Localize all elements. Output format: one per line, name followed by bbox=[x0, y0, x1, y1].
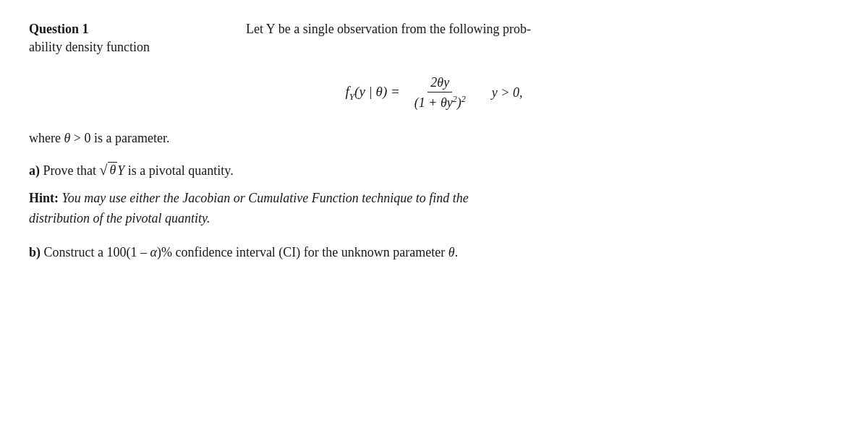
fraction-denominator: (1 + θy2)2 bbox=[412, 93, 469, 111]
part-a-text: Prove that √θ Y is a pivotal quantity. bbox=[43, 163, 234, 178]
fraction-numerator: 2θy bbox=[427, 75, 452, 93]
part-a: a) Prove that √θ Y is a pivotal quantity… bbox=[29, 162, 839, 179]
header-text: Let Y be a single observation from the f… bbox=[246, 22, 531, 37]
hint-continuation: distribution of the pivotal quantity. bbox=[29, 211, 210, 225]
header-row: Question 1 Let Y be a single observation… bbox=[29, 22, 839, 37]
page: Question 1 Let Y be a single observation… bbox=[0, 0, 868, 430]
formula-fraction: 2θy (1 + θy2)2 bbox=[412, 75, 469, 111]
formula: fY(y | θ) = 2θy (1 + θy2)2 y > 0, bbox=[346, 75, 523, 111]
ability-density-text: ability density function bbox=[29, 40, 839, 55]
part-b: b) Construct a 100(1 – α)% confidence in… bbox=[29, 245, 839, 260]
hint-block: Hint: You may use either the Jacobian or… bbox=[29, 189, 839, 229]
hint-label: Hint: bbox=[29, 191, 59, 205]
formula-lhs: fY(y | θ) = bbox=[346, 84, 400, 103]
part-b-text: Construct a 100(1 – α)% confidence inter… bbox=[44, 245, 459, 259]
part-a-label: a) bbox=[29, 163, 40, 178]
question-label: Question 1 bbox=[29, 22, 116, 37]
hint-text: You may use either the Jacobian or Cumul… bbox=[59, 191, 469, 205]
sqrt-theta-y: √θ bbox=[100, 162, 118, 178]
formula-condition: y > 0, bbox=[492, 85, 523, 100]
sqrt-symbol: √ bbox=[100, 163, 108, 177]
sqrt-content: θ bbox=[108, 162, 117, 178]
part-b-label: b) bbox=[29, 245, 41, 259]
formula-container: fY(y | θ) = 2θy (1 + θy2)2 y > 0, bbox=[29, 75, 839, 111]
where-text: where θ > 0 is a parameter. bbox=[29, 131, 839, 146]
